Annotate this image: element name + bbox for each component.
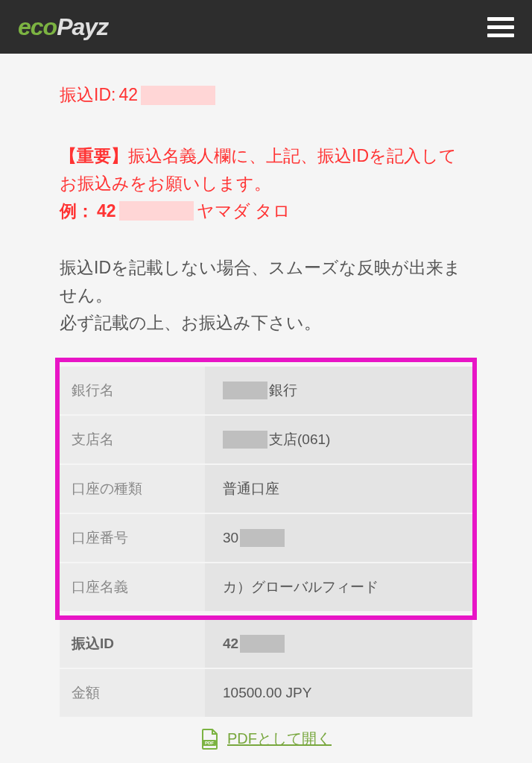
table-row: 口座の種類 普通口座 [60, 465, 472, 513]
redacted-mask [240, 529, 285, 547]
bank-label: 銀行名 [60, 367, 205, 414]
account-name-value: カ）グローバルフィード [205, 563, 472, 611]
table-row: 口座番号 30 [60, 514, 472, 562]
logo-payz: Payz [57, 13, 108, 40]
app-header: ecoPayz [0, 0, 532, 54]
logo: ecoPayz [18, 13, 108, 41]
branch-value: 支店(061) [205, 416, 472, 463]
account-number-value: 30 [205, 514, 472, 562]
note-line2: 必ず記載の上、お振込み下さい。 [60, 309, 472, 337]
table-row: 銀行名 銀行 [60, 367, 472, 414]
account-name-label: 口座名義 [60, 563, 205, 611]
transfer-id-row-label: 振込ID [60, 620, 205, 668]
amount-value: 10500.00 JPY [205, 669, 472, 717]
highlight-box: 銀行名 銀行 支店名 支店(061) 口座の種類 普通口座 口座番号 [55, 358, 477, 620]
transfer-id-line: 振込ID: 42 [60, 83, 472, 107]
menu-icon[interactable] [487, 17, 514, 37]
logo-eco: eco [18, 13, 57, 40]
main-content: 振込ID: 42 【重要】振込名義人欄に、上記、振込IDを記入してお振込みをお願… [0, 54, 532, 763]
important-notice: 【重要】振込名義人欄に、上記、振込IDを記入してお振込みをお願いします。 例：4… [60, 142, 472, 224]
redacted-mask [223, 431, 267, 449]
svg-text:PDF: PDF [205, 741, 214, 745]
example-id: 42 [97, 197, 116, 225]
account-type-value: 普通口座 [205, 465, 472, 513]
transfer-id-row-value: 42 [205, 620, 472, 668]
redacted-mask [119, 201, 194, 221]
example-name: ヤマダ タロ [197, 197, 291, 225]
amount-label: 金額 [60, 669, 205, 717]
example-prefix: 例： [60, 197, 94, 225]
important-marker: 【重要】 [60, 146, 128, 165]
table-row: 金額 10500.00 JPY [60, 669, 472, 717]
pdf-icon: PDF [200, 729, 218, 750]
note-line1: 振込IDを記載しない場合、スムーズな反映が出来ません。 [60, 254, 472, 309]
table-row: 振込ID 42 [60, 620, 472, 668]
note-block: 振込IDを記載しない場合、スムーズな反映が出来ません。 必ず記載の上、お振込み下… [60, 254, 472, 336]
pdf-link[interactable]: PDF PDFとして開く [60, 729, 472, 750]
account-number-label: 口座番号 [60, 514, 205, 562]
redacted-mask [141, 86, 215, 105]
details-table: 銀行名 銀行 支店名 支店(061) 口座の種類 普通口座 口座番号 [60, 358, 472, 717]
account-type-label: 口座の種類 [60, 465, 205, 513]
pdf-link-text: PDFとして開く [227, 729, 332, 749]
transfer-id-label: 振込ID: [60, 83, 115, 107]
table-row: 口座名義 カ）グローバルフィード [60, 563, 472, 611]
transfer-id-prefix: 42 [118, 85, 138, 105]
branch-label: 支店名 [60, 416, 205, 463]
redacted-mask [240, 635, 285, 653]
bank-value: 銀行 [205, 367, 472, 414]
table-row: 支店名 支店(061) [60, 416, 472, 463]
redacted-mask [223, 382, 267, 399]
